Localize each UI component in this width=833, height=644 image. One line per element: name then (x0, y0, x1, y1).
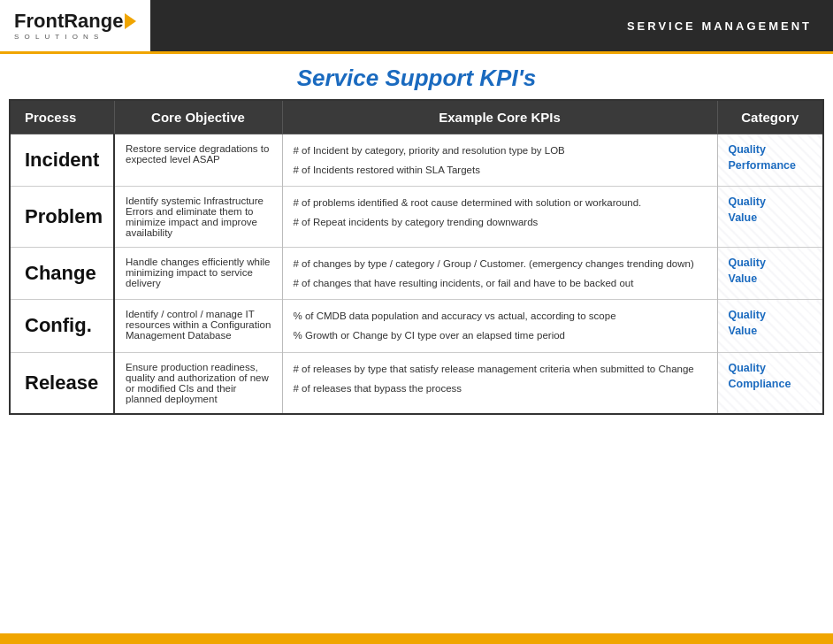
kpis-cell: % of CMDB data population and accuracy v… (282, 300, 717, 352)
page-title-area: Service Support KPI's (0, 54, 833, 99)
kpi-item: # of Incident by category, priority and … (294, 143, 707, 157)
header: FrontRange S O L U T I O N S SERVICE MAN… (0, 0, 833, 51)
core-objective-cell: Restore service degradations to expected… (114, 134, 282, 187)
category-badge: Compliance (729, 378, 813, 390)
category-badge: Performance (729, 159, 813, 172)
category-cell: QualityValue (717, 248, 823, 300)
process-cell: Problem (10, 187, 114, 248)
kpi-item: % of CMDB data population and accuracy v… (294, 309, 707, 323)
table-row: ChangeHandle changes efficiently while m… (10, 248, 823, 300)
table-header: Process Core Objective Example Core KPIs… (10, 100, 823, 134)
logo-area: FrontRange S O L U T I O N S (0, 0, 150, 51)
bottom-bar (0, 633, 833, 644)
kpi-item: # of releases by type that satisfy relea… (294, 362, 707, 376)
category-badge: Quality (729, 362, 813, 374)
core-objective-cell: Identify / control / manage IT resources… (114, 300, 282, 352)
service-management-label: SERVICE MANAGEMENT (627, 19, 812, 33)
logo-arrow-icon (125, 13, 136, 29)
table-row: ReleaseEnsure production readiness, qual… (10, 352, 823, 414)
table-row: Config.Identify / control / manage IT re… (10, 300, 823, 352)
logo-solutions: S O L U T I O N S (14, 33, 136, 41)
category-badge: Value (729, 325, 813, 337)
page-title: Service Support KPI's (297, 65, 537, 91)
header-right: SERVICE MANAGEMENT (150, 0, 833, 51)
category-cell: QualityPerformance (717, 134, 823, 187)
table-row: IncidentRestore service degradations to … (10, 134, 823, 187)
kpis-cell: # of changes by type / category / Group … (282, 248, 717, 300)
category-badge: Value (729, 272, 813, 285)
table-body: IncidentRestore service degradations to … (10, 134, 823, 414)
table-row: ProblemIdentify systemic Infrastructure … (10, 187, 823, 248)
category-badge: Value (729, 211, 813, 224)
category-cell: QualityCompliance (717, 352, 823, 414)
category-badge: Quality (729, 143, 813, 156)
kpi-item: # of Repeat incidents by category trendi… (294, 215, 707, 229)
kpis-cell: # of releases by type that satisfy relea… (282, 352, 717, 414)
kpis-cell: # of Incident by category, priority and … (282, 134, 717, 187)
logo: FrontRange S O L U T I O N S (14, 12, 136, 41)
kpi-item: % Growth or Change by CI type over an el… (294, 328, 707, 342)
kpi-item: # of changes by type / category / Group … (294, 257, 707, 271)
process-cell: Release (10, 352, 114, 414)
logo-text: FrontRange (14, 12, 123, 31)
category-badge: Quality (729, 309, 813, 321)
kpi-item: # of problems identified & root cause de… (294, 196, 707, 210)
process-cell: Change (10, 248, 114, 300)
core-objective-cell: Identify systemic Infrastructure Errors … (114, 187, 282, 248)
kpis-cell: # of problems identified & root cause de… (282, 187, 717, 248)
kpi-item: # of Incidents restored within SLA Targe… (294, 163, 707, 177)
category-badge: Quality (729, 257, 813, 269)
table-wrapper: Process Core Objective Example Core KPIs… (0, 99, 833, 415)
col-process: Process (10, 100, 114, 134)
category-badge: Quality (729, 196, 813, 208)
category-cell: QualityValue (717, 300, 823, 352)
kpi-item: # of changes that have resulting inciden… (294, 276, 707, 290)
col-core-objective: Core Objective (114, 100, 282, 134)
core-objective-cell: Ensure production readiness, quality and… (114, 352, 282, 414)
process-cell: Incident (10, 134, 114, 187)
core-objective-cell: Handle changes efficiently while minimiz… (114, 248, 282, 300)
col-category: Category (717, 100, 823, 134)
kpi-item: # of releases that bypass the process (294, 381, 707, 395)
kpi-table: Process Core Objective Example Core KPIs… (9, 99, 824, 415)
category-cell: QualityValue (717, 187, 823, 248)
process-cell: Config. (10, 300, 114, 352)
col-example-kpis: Example Core KPIs (282, 100, 717, 134)
